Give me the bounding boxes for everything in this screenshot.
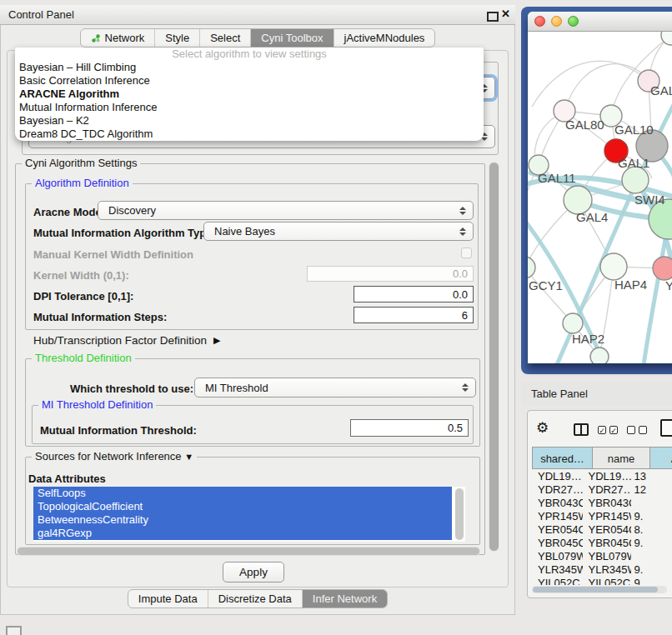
node-label-gal80: GAL80: [565, 118, 604, 132]
tab-network[interactable]: Network: [81, 29, 155, 47]
dropdown-item-list: Bayesian – Hill ClimbingBasic Correlatio…: [15, 61, 484, 141]
algorithm-option-aracne-algorithm[interactable]: ARACNE Algorithm: [15, 88, 484, 101]
algorithm-option-bayesian-hill-climbing[interactable]: Bayesian – Hill Climbing: [15, 61, 484, 74]
apply-button[interactable]: Apply: [223, 562, 284, 582]
settings-horizontal-scrollbar[interactable]: [17, 547, 480, 556]
bottom-tab-discretize-data[interactable]: Discretize Data: [208, 590, 302, 608]
table-panel-title: Table Panel: [531, 382, 588, 407]
node-label-gal10: GAL10: [614, 122, 654, 137]
kernel-width-field[interactable]: [307, 266, 474, 282]
table-row[interactable]: YPR145WYPR145W9.: [532, 510, 672, 523]
dropdown-placeholder: Select algorithm to view settings: [15, 48, 484, 61]
table-row[interactable]: YIL052CYIL052C9: [532, 577, 672, 585]
table-row[interactable]: YDR27…YDR27…12: [532, 483, 672, 497]
network-node[interactable]: [563, 313, 583, 333]
table-row[interactable]: YLR345WYLR345W9.: [532, 563, 672, 577]
node-label-gal1: GAL1: [618, 156, 649, 170]
attribute-item-gal4rgexp[interactable]: gal4RGexp: [33, 527, 452, 540]
gear-icon[interactable]: ⚙: [536, 420, 549, 437]
table-body: YDL19…YDL19…13YDR27…YDR27…12YBR043CYBR04…: [532, 470, 672, 585]
table-row[interactable]: YBL079WYBL079W: [532, 550, 672, 563]
table-cell: YLR345W: [583, 563, 631, 577]
mi-type-combobox[interactable]: Naive Bayes: [203, 222, 474, 241]
float-window-icon[interactable]: [487, 12, 499, 22]
deselect-all-icon[interactable]: [627, 426, 647, 434]
table-cell: 9: [631, 577, 672, 585]
network-window[interactable]: GALGAL80GAL10GAL1GAL11SWI4GAL4GCY1HAP4YH…: [528, 12, 672, 363]
expanded-arrow-icon[interactable]: ▼: [184, 452, 193, 462]
data-attributes-list: SelfLoopsTopologicalCoefficientBetweenne…: [33, 487, 465, 542]
top-tab-bar: NetworkStyleSelectCyni ToolboxjActiveMNo…: [0, 28, 515, 48]
attribute-item-topologicalcoefficient[interactable]: TopologicalCoefficient: [33, 500, 452, 513]
columns-icon[interactable]: [574, 423, 589, 436]
network-node[interactable]: [528, 257, 535, 278]
tab-select[interactable]: Select: [199, 29, 250, 47]
table-cell: 9.: [631, 510, 672, 523]
column-header-name[interactable]: name: [592, 447, 650, 469]
zoom-traffic-light-icon[interactable]: [568, 16, 579, 27]
table-cell: 8.: [631, 523, 672, 537]
aracne-mode-combobox[interactable]: Discovery: [98, 201, 474, 220]
attribute-item-selfloops[interactable]: SelfLoops: [33, 487, 452, 500]
dock-panel-icon[interactable]: [6, 626, 22, 635]
network-node[interactable]: [653, 257, 672, 280]
network-window-titlebar[interactable]: [528, 12, 672, 32]
attributes-list-scrollbar[interactable]: [455, 488, 464, 540]
network-edge[interactable]: [564, 64, 649, 111]
sources-title-text: Sources for Network Inference: [35, 450, 182, 462]
column-header-shared[interactable]: shared…: [532, 447, 593, 469]
dpi-tolerance-label: DPI Tolerance [0,1]:: [33, 290, 133, 302]
table-row[interactable]: YBR045CYBR045C9.: [532, 537, 672, 550]
bottom-tab-infer-network[interactable]: Infer Network: [302, 590, 387, 608]
tab-label: jActiveMNodules: [344, 32, 425, 44]
mi-steps-label: Mutual Information Steps:: [33, 311, 167, 323]
tab-label: Style: [165, 32, 189, 44]
dpi-tolerance-field[interactable]: [354, 286, 474, 302]
sources-title[interactable]: Sources for Network Inference ▼: [32, 451, 197, 462]
select-all-icon[interactable]: ✓✓: [598, 426, 618, 434]
table-cell: YDL19…: [583, 470, 631, 483]
table-row[interactable]: YBR043CYBR043C: [532, 497, 672, 510]
mi-threshold-field[interactable]: [350, 419, 469, 437]
table-row[interactable]: YDL19…YDL19…13: [532, 470, 672, 483]
network-edge[interactable]: [528, 268, 573, 323]
table-cell: YBR045C: [583, 537, 631, 550]
settings-vertical-scrollbar[interactable]: [489, 162, 499, 552]
algorithm-option-bayesian-k2[interactable]: Bayesian – K2: [15, 114, 484, 128]
algorithm-option-dream8-dc-tdc-algorithm[interactable]: Dream8 DC_TDC Algorithm: [15, 128, 484, 141]
column-header-a[interactable]: A: [649, 447, 672, 469]
network-node[interactable]: [600, 253, 627, 280]
table-horizontal-scrollbar[interactable]: [532, 586, 667, 593]
table-cell: YIL052C: [532, 577, 583, 585]
close-traffic-light-icon[interactable]: [534, 16, 545, 27]
network-node[interactable]: [590, 348, 609, 363]
node-label-gal11: GAL11: [538, 171, 576, 185]
tab-style[interactable]: Style: [154, 29, 199, 47]
close-icon[interactable]: ✕: [501, 8, 510, 20]
node-label-hap4: HAP4: [614, 278, 647, 292]
node-label-gal: GAL: [650, 83, 672, 98]
network-edge[interactable]: [532, 61, 649, 107]
table-row[interactable]: YER054CYER054C8.: [532, 523, 672, 537]
tab-cyni-toolbox[interactable]: Cyni Toolbox: [250, 29, 333, 47]
algorithm-option-mutual-information-inference[interactable]: Mutual Information Inference: [15, 101, 484, 114]
tab-label: Cyni Toolbox: [261, 32, 323, 44]
control-panel-titlebar[interactable]: [0, 5, 515, 25]
tab-jactivemnodules[interactable]: jActiveMNodules: [333, 29, 435, 47]
network-canvas[interactable]: GALGAL80GAL10GAL1GAL11SWI4GAL4GCY1HAP4YH…: [528, 32, 672, 363]
collapsed-arrow-icon[interactable]: ▶: [213, 335, 220, 346]
tab-label: Discretize Data: [218, 592, 292, 605]
table-cell: YER054C: [532, 523, 583, 537]
minimize-traffic-light-icon[interactable]: [551, 16, 562, 27]
bottom-tab-impute-data[interactable]: Impute Data: [128, 590, 208, 608]
aracne-mode-label: Aracne Mode:: [33, 206, 105, 218]
algorithm-option-basic-correlation-inference[interactable]: Basic Correlation Inference: [15, 74, 484, 88]
manual-kernel-checkbox[interactable]: [461, 248, 472, 258]
attribute-item-betweennesscentrality[interactable]: BetweennessCentrality: [33, 513, 452, 527]
mi-steps-field[interactable]: [354, 307, 474, 323]
which-threshold-combobox[interactable]: MI Threshold: [194, 378, 476, 398]
network-node[interactable]: [622, 167, 649, 193]
tab-label: Impute Data: [138, 592, 198, 605]
hub-definition-section[interactable]: Hub/Transcription Factor Definition ▶: [33, 334, 221, 347]
export-table-icon[interactable]: [660, 419, 672, 437]
